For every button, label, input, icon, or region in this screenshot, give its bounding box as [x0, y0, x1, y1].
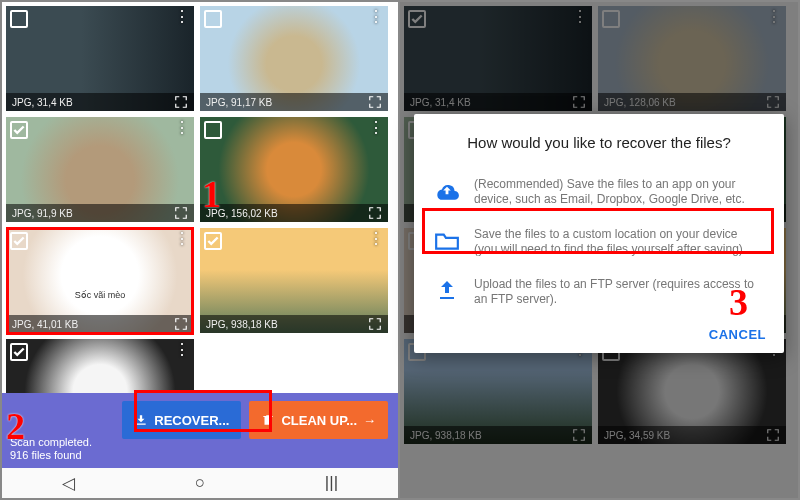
recover-options-dialog: How would you like to recover the files?…	[414, 114, 784, 353]
checkbox[interactable]	[10, 232, 28, 250]
thumb-footer: JPG, 938,18 KB	[200, 315, 388, 333]
scan-status: Scan completed. 916 files found	[10, 436, 92, 462]
left-thumb-2[interactable]: ⋮JPG, 91,9 KB	[6, 117, 194, 222]
option-save-to-app[interactable]: (Recommended) Save the files to an app o…	[432, 167, 766, 217]
clean-label: CLEAN UP...	[281, 413, 357, 428]
checkbox[interactable]	[204, 121, 222, 139]
more-icon[interactable]: ⋮	[368, 10, 384, 24]
trash-icon	[261, 413, 275, 427]
status-line-1: Scan completed.	[10, 436, 92, 449]
left-thumb-3[interactable]: ⋮JPG, 156,02 KB	[200, 117, 388, 222]
checkbox[interactable]	[10, 10, 28, 28]
thumb-footer: JPG, 91,17 KB	[200, 93, 388, 111]
nav-recent-icon[interactable]: |||	[325, 473, 338, 493]
left-thumb-4[interactable]: ⋮Sốc vãi mèoJPG, 41,01 KB	[6, 228, 194, 333]
thumb-footer: JPG, 41,01 KB	[6, 315, 194, 333]
thumb-footer: JPG, 156,02 KB	[200, 204, 388, 222]
thumb-footer: JPG, 31,4 KB	[6, 93, 194, 111]
option-1-text: (Recommended) Save the files to an app o…	[474, 177, 764, 207]
more-icon[interactable]: ⋮	[368, 121, 384, 135]
expand-icon[interactable]	[368, 95, 382, 109]
file-size: JPG, 938,18 KB	[206, 319, 278, 330]
file-size: JPG, 41,01 KB	[12, 319, 78, 330]
thumb-footer: JPG, 91,9 KB	[6, 204, 194, 222]
bottom-action-bar: RECOVER... CLEAN UP... → Scan completed.…	[2, 393, 398, 468]
checkbox[interactable]	[204, 10, 222, 28]
nav-back-icon[interactable]: ◁	[62, 473, 75, 494]
file-size: JPG, 31,4 KB	[12, 97, 73, 108]
status-line-2: 916 files found	[10, 449, 92, 462]
more-icon[interactable]: ⋮	[174, 121, 190, 135]
file-size: JPG, 91,9 KB	[12, 208, 73, 219]
folder-icon	[434, 227, 460, 253]
option-3-text: Upload the files to an FTP server (requi…	[474, 277, 764, 307]
nav-home-icon[interactable]: ○	[195, 473, 205, 493]
more-icon[interactable]: ⋮	[174, 343, 190, 357]
cancel-button[interactable]: CANCEL	[709, 327, 766, 342]
expand-icon[interactable]	[174, 317, 188, 331]
more-icon[interactable]: ⋮	[174, 10, 190, 24]
android-navbar: ◁ ○ |||	[2, 468, 398, 498]
more-icon[interactable]: ⋮	[174, 232, 190, 246]
cloud-upload-icon	[434, 177, 460, 203]
clean-up-button[interactable]: CLEAN UP... →	[249, 401, 388, 439]
arrow-right-icon: →	[363, 413, 376, 428]
recover-button[interactable]: RECOVER...	[122, 401, 241, 439]
download-icon	[134, 413, 148, 427]
file-size: JPG, 156,02 KB	[206, 208, 278, 219]
dialog-title: How would you like to recover the files?	[432, 134, 766, 151]
left-thumb-5[interactable]: ⋮JPG, 938,18 KB	[200, 228, 388, 333]
recover-label: RECOVER...	[154, 413, 229, 428]
more-icon[interactable]: ⋮	[368, 232, 384, 246]
expand-icon[interactable]	[368, 317, 382, 331]
thumb-caption: Sốc vãi mèo	[69, 288, 132, 302]
file-size: JPG, 91,17 KB	[206, 97, 272, 108]
expand-icon[interactable]	[368, 206, 382, 220]
checkbox[interactable]	[10, 343, 28, 361]
upload-icon	[434, 277, 460, 303]
expand-icon[interactable]	[174, 95, 188, 109]
scan-results-screen: ⋮JPG, 31,4 KB⋮JPG, 91,17 KB⋮JPG, 91,9 KB…	[2, 2, 400, 498]
recover-dialog-screen: ⋮JPG, 31,4 KB⋮JPG, 128,06 KB⋮⋮⋮⋮⋮JPG, 93…	[400, 2, 798, 498]
option-save-custom-location[interactable]: Save the files to a custom location on y…	[432, 217, 766, 267]
photo-grid: ⋮JPG, 31,4 KB⋮JPG, 91,17 KB⋮JPG, 91,9 KB…	[2, 2, 398, 448]
checkbox[interactable]	[204, 232, 222, 250]
checkbox[interactable]	[10, 121, 28, 139]
expand-icon[interactable]	[174, 206, 188, 220]
left-thumb-1[interactable]: ⋮JPG, 91,17 KB	[200, 6, 388, 111]
option-upload-ftp[interactable]: Upload the files to an FTP server (requi…	[432, 267, 766, 317]
left-thumb-0[interactable]: ⋮JPG, 31,4 KB	[6, 6, 194, 111]
option-2-text: Save the files to a custom location on y…	[474, 227, 764, 257]
